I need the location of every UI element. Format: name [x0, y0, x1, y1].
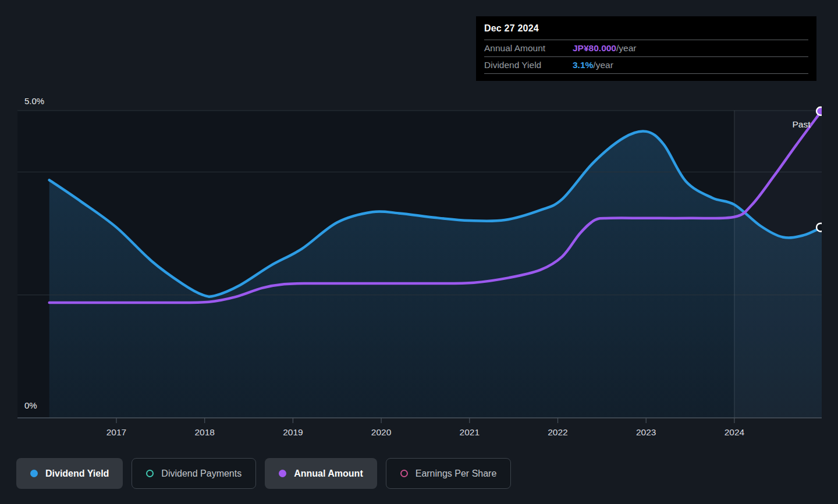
dividend-history-chart: 201720182019202020212022202320245.0%0%Pa… — [0, 0, 838, 504]
legend-item-dividend-yield[interactable]: Dividend Yield — [16, 458, 123, 489]
x-axis-label-2020: 2020 — [371, 427, 392, 437]
legend-item-label: Annual Amount — [294, 468, 363, 479]
past-label: Past — [792, 119, 811, 129]
x-axis-label-2018: 2018 — [194, 427, 214, 437]
annual-amount-endpoint-marker — [816, 107, 825, 115]
tooltip-row-annual-amount: Annual Amount JP¥80.000/year — [484, 40, 808, 56]
tooltip-row-dividend-yield: Dividend Yield 3.1%/year — [484, 56, 808, 74]
x-axis-label-2017: 2017 — [106, 427, 126, 437]
legend-item-dividend-payments[interactable]: Dividend Payments — [132, 458, 256, 489]
x-axis-label-2023: 2023 — [636, 427, 656, 437]
y-axis-label-bottom: 0% — [24, 400, 37, 410]
legend-item-label: Earnings Per Share — [416, 468, 497, 479]
legend-item-label: Dividend Payments — [161, 468, 242, 479]
legend-item-annual-amount[interactable]: Annual Amount — [265, 458, 377, 489]
tooltip-date: Dec 27 2024 — [484, 21, 808, 40]
legend-item-earnings-per-share[interactable]: Earnings Per Share — [386, 458, 512, 489]
dividend-payments-marker-icon — [146, 470, 154, 477]
tooltip-value-dividend-yield: 3.1%/year — [573, 60, 613, 70]
x-axis-label-2019: 2019 — [283, 427, 303, 437]
tooltip-value-annual-amount: JP¥80.000/year — [573, 43, 636, 54]
tooltip-label-annual-amount: Annual Amount — [484, 43, 573, 54]
dividend-yield-marker-icon — [30, 470, 38, 477]
y-axis-label-top: 5.0% — [24, 96, 44, 106]
legend-item-label: Dividend Yield — [45, 468, 109, 479]
chart-tooltip: Dec 27 2024 Annual Amount JP¥80.000/year… — [476, 16, 816, 81]
x-axis-label-2024: 2024 — [725, 427, 745, 437]
chart-legend: Dividend YieldDividend PaymentsAnnual Am… — [16, 458, 511, 489]
dividend-yield-endpoint-marker — [816, 223, 825, 232]
past-highlight-band — [734, 111, 822, 418]
x-axis-label-2022: 2022 — [548, 427, 567, 437]
x-axis-label-2021: 2021 — [460, 427, 480, 437]
annual-amount-marker-icon — [279, 470, 286, 477]
earnings-per-share-marker-icon — [400, 470, 408, 477]
tooltip-label-dividend-yield: Dividend Yield — [484, 60, 573, 70]
